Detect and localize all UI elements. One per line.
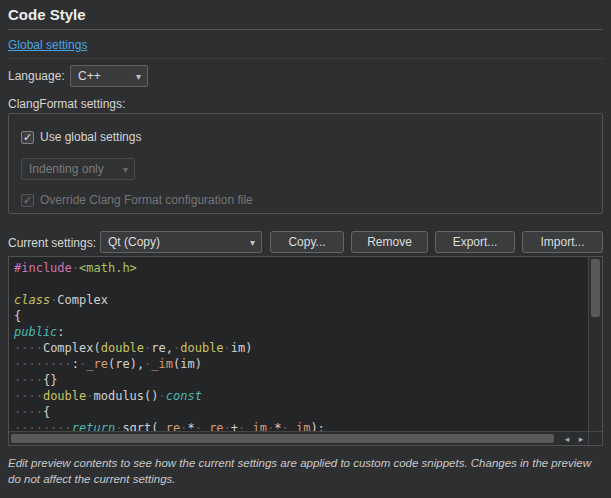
copy-button[interactable]: Copy...	[270, 231, 344, 253]
override-clang-format-checkbox: ✓ Override Clang Format configuration fi…	[21, 192, 253, 208]
code-line: ········:·_re(re),·_im(im)	[14, 356, 588, 372]
current-settings-label: Current settings:	[8, 236, 96, 250]
clangformat-section-label: ClangFormat settings:	[8, 97, 125, 111]
language-value: C++	[78, 69, 101, 83]
code-line: ····{	[14, 404, 588, 420]
check-icon: ✓	[21, 131, 34, 144]
import-button[interactable]: Import...	[522, 231, 603, 253]
scroll-right-icon[interactable]: ▸	[574, 432, 588, 446]
horizontal-scrollbar-thumb[interactable]	[11, 434, 554, 443]
chevron-down-icon: ▾	[136, 71, 141, 82]
title-divider	[8, 29, 603, 30]
code-line: public:	[14, 324, 588, 340]
override-clang-format-label: Override Clang Format configuration file	[40, 193, 253, 207]
code-style-settings-page: Code Style Global settings Language: C++…	[0, 0, 611, 498]
vertical-scrollbar-thumb[interactable]	[591, 259, 600, 317]
export-button[interactable]: Export...	[435, 231, 515, 253]
section-divider	[8, 58, 603, 59]
footer-note: Edit preview contents to see how the cur…	[8, 455, 604, 487]
code-line: ········return·sqrt(_re·*·_re·+·_im·*·_i…	[14, 420, 588, 431]
language-select[interactable]: C++ ▾	[70, 65, 148, 87]
chevron-down-icon: ▾	[123, 164, 128, 175]
current-settings-select[interactable]: Qt (Copy) ▾	[100, 231, 262, 253]
global-settings-link[interactable]: Global settings	[8, 38, 87, 52]
use-global-settings-label: Use global settings	[40, 130, 141, 144]
code-line: ····{}	[14, 372, 588, 388]
code-line: ····double·modulus()·const	[14, 388, 588, 404]
code-line: ····Complex(double·re,·double·im)	[14, 340, 588, 356]
horizontal-scrollbar[interactable]: ◂ ▸	[9, 431, 588, 445]
indenting-mode-select: Indenting only ▾	[21, 158, 135, 180]
chevron-down-icon: ▾	[250, 237, 255, 248]
code-line: {	[14, 308, 588, 324]
scroll-left-icon[interactable]: ◂	[560, 432, 574, 446]
vertical-scrollbar[interactable]	[588, 257, 602, 431]
code-preview-editor[interactable]: #include·<math.h> class·Complex{public:·…	[8, 256, 603, 446]
code-line: #include·<math.h>	[14, 260, 588, 276]
indenting-mode-value: Indenting only	[29, 162, 104, 176]
check-icon: ✓	[21, 194, 34, 207]
code-line: class·Complex	[14, 292, 588, 308]
clangformat-groupbox: ✓ Use global settings Indenting only ▾ ✓…	[8, 113, 603, 214]
page-title: Code Style	[8, 6, 86, 23]
code-line	[14, 276, 588, 292]
use-global-settings-checkbox[interactable]: ✓ Use global settings	[21, 129, 141, 145]
language-label: Language:	[8, 69, 65, 83]
code-lines[interactable]: #include·<math.h> class·Complex{public:·…	[9, 257, 588, 431]
remove-button[interactable]: Remove	[351, 231, 428, 253]
scrollbar-corner	[588, 431, 602, 445]
current-settings-value: Qt (Copy)	[108, 235, 160, 249]
